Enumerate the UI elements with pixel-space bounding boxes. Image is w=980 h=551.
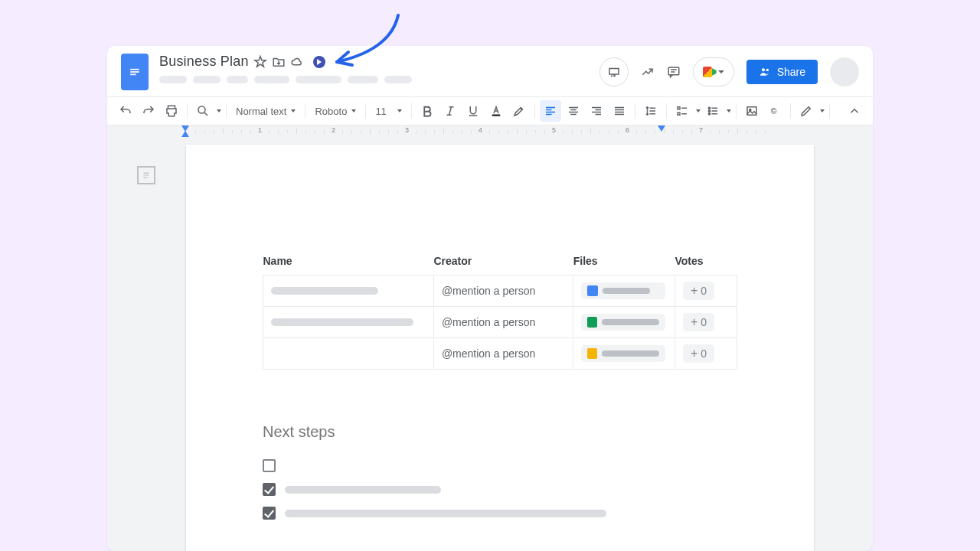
menu-bar[interactable] bbox=[159, 76, 412, 83]
svg-rect-0 bbox=[130, 69, 139, 70]
menu-item[interactable] bbox=[348, 76, 378, 83]
placeholder-text bbox=[271, 318, 413, 326]
style-select[interactable]: Normal text bbox=[231, 100, 300, 122]
horizontal-ruler: 1234567 bbox=[119, 126, 873, 137]
checklist-item[interactable] bbox=[263, 483, 737, 496]
menu-item[interactable] bbox=[227, 76, 248, 83]
bold-button[interactable] bbox=[416, 100, 438, 122]
collapse-toolbar-button[interactable] bbox=[844, 100, 865, 122]
placeholder-text bbox=[285, 510, 606, 517]
svg-rect-14 bbox=[747, 107, 756, 116]
comment-icon[interactable] bbox=[667, 65, 681, 79]
insert-link-button[interactable]: © bbox=[764, 100, 786, 122]
svg-point-5 bbox=[762, 68, 765, 71]
italic-button[interactable] bbox=[439, 100, 461, 122]
table-header: Files bbox=[573, 252, 675, 276]
outline-button[interactable] bbox=[137, 166, 155, 184]
share-label: Share bbox=[777, 66, 805, 78]
svg-text:©: © bbox=[771, 106, 777, 116]
content-table[interactable]: NameCreatorFilesVotes @mention a person … bbox=[263, 252, 737, 370]
file-chip[interactable] bbox=[581, 314, 665, 331]
mention-placeholder[interactable]: @mention a person bbox=[442, 316, 535, 328]
checklist-item[interactable] bbox=[263, 507, 737, 520]
header-actions: Share bbox=[599, 54, 859, 90]
file-chip[interactable] bbox=[581, 282, 665, 299]
presentation-button[interactable] bbox=[599, 57, 629, 86]
table-row[interactable]: @mention a person +0 bbox=[263, 307, 737, 338]
align-right-button[interactable] bbox=[586, 100, 607, 122]
menu-item[interactable] bbox=[159, 76, 187, 83]
table-header: Name bbox=[263, 252, 434, 276]
svg-point-13 bbox=[708, 113, 710, 115]
right-indent-marker-icon[interactable] bbox=[658, 126, 665, 132]
file-chip[interactable] bbox=[581, 345, 665, 362]
print-button[interactable] bbox=[161, 100, 182, 122]
bullet-list-button[interactable] bbox=[702, 100, 724, 122]
svg-point-3 bbox=[611, 75, 612, 77]
menu-item[interactable] bbox=[384, 76, 412, 83]
vote-chip[interactable]: +0 bbox=[683, 282, 714, 300]
share-button[interactable]: Share bbox=[746, 60, 818, 84]
play-icon[interactable] bbox=[313, 56, 325, 68]
vertical-ruler bbox=[107, 126, 119, 551]
checkbox[interactable] bbox=[263, 459, 276, 472]
align-center-button[interactable] bbox=[563, 100, 584, 122]
toolbar: Normal text Roboto 11 © bbox=[107, 96, 873, 126]
file-icon bbox=[587, 285, 598, 296]
mention-placeholder[interactable]: @mention a person bbox=[442, 347, 535, 360]
svg-point-6 bbox=[766, 69, 768, 71]
canvas: NameCreatorFilesVotes @mention a person … bbox=[119, 137, 873, 551]
menu-item[interactable] bbox=[296, 76, 341, 83]
svg-rect-9 bbox=[678, 107, 680, 109]
menu-item[interactable] bbox=[193, 76, 220, 83]
svg-rect-1 bbox=[130, 71, 139, 73]
checkbox[interactable] bbox=[263, 483, 276, 496]
svg-point-11 bbox=[708, 107, 710, 109]
header: Business Plan bbox=[107, 46, 873, 96]
placeholder-text bbox=[285, 486, 441, 494]
section-heading[interactable]: Next steps bbox=[263, 423, 737, 441]
edit-mode-button[interactable] bbox=[795, 100, 817, 122]
underline-button[interactable] bbox=[462, 100, 484, 122]
star-icon[interactable] bbox=[253, 55, 267, 69]
vote-chip[interactable]: +0 bbox=[683, 313, 714, 331]
svg-rect-8 bbox=[492, 115, 501, 116]
mention-placeholder[interactable]: @mention a person bbox=[442, 285, 535, 297]
checkbox[interactable] bbox=[263, 507, 276, 520]
line-spacing-button[interactable] bbox=[640, 100, 662, 122]
insert-image-button[interactable] bbox=[741, 100, 763, 122]
cloud-status-icon[interactable] bbox=[290, 55, 304, 69]
title-area: Business Plan bbox=[159, 54, 412, 83]
redo-button[interactable] bbox=[138, 100, 159, 122]
text-color-button[interactable] bbox=[485, 100, 507, 122]
caret-down-icon bbox=[718, 70, 724, 73]
document-title[interactable]: Business Plan bbox=[159, 54, 249, 70]
highlight-button[interactable] bbox=[508, 100, 530, 122]
meet-button[interactable] bbox=[693, 57, 734, 86]
table-row[interactable]: @mention a person +0 bbox=[263, 338, 737, 370]
docs-logo[interactable] bbox=[121, 54, 149, 90]
checklist-item[interactable] bbox=[263, 459, 737, 472]
align-left-button[interactable] bbox=[540, 100, 561, 122]
vote-chip[interactable]: +0 bbox=[683, 344, 714, 363]
font-select[interactable]: Roboto bbox=[310, 100, 361, 122]
document-page[interactable]: NameCreatorFilesVotes @mention a person … bbox=[186, 145, 814, 551]
table-header: Creator bbox=[433, 252, 573, 276]
checklist-button[interactable] bbox=[671, 100, 693, 122]
file-icon bbox=[587, 348, 597, 359]
zoom-button[interactable] bbox=[192, 100, 214, 122]
avatar[interactable] bbox=[830, 57, 859, 86]
align-justify-button[interactable] bbox=[609, 100, 630, 122]
font-size-select[interactable]: 11 bbox=[371, 100, 406, 122]
trend-icon[interactable] bbox=[641, 65, 655, 79]
app-window: Business Plan bbox=[107, 46, 873, 551]
svg-point-7 bbox=[198, 106, 205, 113]
table-row[interactable]: @mention a person +0 bbox=[263, 276, 737, 307]
menu-item[interactable] bbox=[254, 76, 289, 83]
indent-marker-icon[interactable] bbox=[181, 131, 189, 137]
svg-rect-4 bbox=[668, 67, 679, 75]
undo-button[interactable] bbox=[115, 100, 136, 122]
meet-icon bbox=[703, 67, 717, 77]
svg-rect-10 bbox=[678, 112, 680, 115]
move-folder-icon[interactable] bbox=[272, 55, 286, 69]
